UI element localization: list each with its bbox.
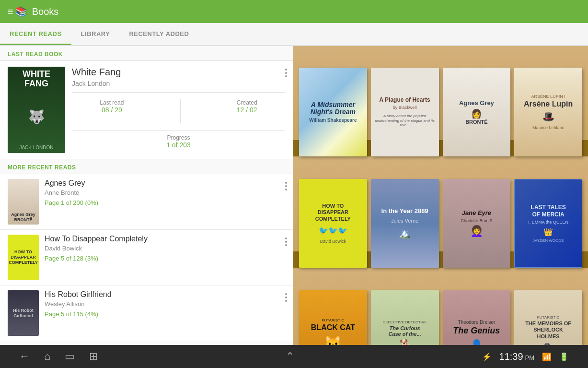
last-read-author: Jack London — [72, 80, 285, 87]
more-recent-header: More Recent Reads — [0, 159, 293, 174]
time-display: 11:39 PM — [499, 351, 534, 362]
more-options-agnes[interactable] — [285, 182, 287, 190]
tab-recently-added[interactable]: Recently Added — [119, 24, 198, 45]
meta-last-read: Last read 08 / 29 — [100, 99, 124, 123]
black-cat-cover: FUTARISTIC BLACK CAT 🐱 — [299, 290, 367, 345]
progress-label: Progress — [72, 134, 285, 141]
bookshelf: A Midsummer Night's Dream William Shakes… — [293, 46, 588, 345]
shelf-book[interactable]: A Plague of Hearts by Blackwell A story … — [369, 68, 441, 156]
created-date: 12 / 02 — [237, 106, 257, 114]
disappear-title: How To Disappear Completely — [45, 235, 285, 243]
top-bar: ≡ 📚 Books — [0, 0, 588, 23]
last-read-card[interactable]: WHITEFANG 🐺 JACK LONDON White Fang Jack … — [0, 61, 293, 159]
shelf-book[interactable]: A Midsummer Night's Dream William Shakes… — [297, 68, 369, 156]
app-icon: ≡ 📚 — [8, 6, 27, 17]
robot-title: His Robot Girlfriend — [45, 290, 285, 299]
disappear-shelf-cover: HOW TODISAPPEARCOMPLETELY 🐦🐦🐦 David Bowi… — [299, 179, 367, 268]
jane-eyre-cover: Jane Eyre Charlotte Brontë 👩‍🦱 — [443, 179, 511, 268]
shelf-book[interactable]: DEFECTIVE DETECTIVE The CuriousCase of t… — [369, 290, 441, 345]
progress-value: 1 of 203 — [72, 141, 285, 149]
home-button[interactable]: ⌂ — [44, 350, 50, 363]
meta-section: Last read 08 / 29 Created 12 / 02 Progre… — [72, 92, 285, 149]
last-read-label: Last read — [100, 99, 124, 106]
agnes-grey-author: Anne Brontë — [45, 189, 285, 196]
list-item[interactable]: HOW TODISAPPEARCOMPLETELY How To Disappe… — [0, 230, 293, 285]
shelf-book[interactable]: ARSÈNE LUPIN I Arsène Lupin 🎩 Maurice Le… — [512, 68, 584, 156]
agnes-grey-shelf-cover: Agnes Grey 👩 BRONTË — [443, 68, 511, 156]
last-tales-cover: LAST TALESOF MERCIA I. EMMA the QUEEN 👑 … — [514, 179, 582, 268]
tab-library[interactable]: Library — [71, 24, 120, 45]
last-read-header: Last Read Book — [0, 46, 293, 61]
bottom-bar: ← ⌂ ▭ ⊞ ⌃ ⚡ 11:39 PM 📶 🔋 — [0, 345, 588, 368]
shelf-row-3: FUTARISTIC BLACK CAT 🐱 DEFECTIVE DETECTI… — [293, 269, 588, 345]
last-read-date: 08 / 29 — [100, 106, 124, 114]
year2889-cover: In the Year 2889 Jules Verne 🏔️ — [371, 179, 439, 268]
nav-tabs: Recent Reads Library Recently Added — [0, 23, 588, 46]
more-options-last-read[interactable] — [285, 69, 287, 77]
app-title: Books — [32, 6, 59, 17]
robot-author: Wesley Allison — [45, 300, 285, 308]
disappear-author: David Bowick — [45, 245, 285, 252]
plague-cover: A Plague of Hearts by Blackwell A story … — [371, 68, 439, 156]
arsene-cover: ARSÈNE LUPIN I Arsène Lupin 🎩 Maurice Le… — [514, 68, 582, 156]
shelf-book[interactable]: FUTARISTIC THE MEMOIRS OFSHERLOCKHOLMES … — [512, 290, 584, 345]
list-item[interactable]: His RobotGirlfriend His Robot Girlfriend… — [0, 285, 293, 341]
recents-button[interactable]: ▭ — [65, 350, 75, 363]
battery-icon: 🔋 — [559, 352, 569, 361]
shelf-book[interactable]: Jane Eyre Charlotte Brontë 👩‍🦱 — [441, 179, 513, 268]
wifi-icon: 📶 — [542, 352, 552, 361]
created-label: Created — [237, 99, 257, 106]
curious-case-cover: DEFECTIVE DETECTIVE The CuriousCase of t… — [371, 290, 439, 345]
midsummer-cover: A Midsummer Night's Dream William Shakes… — [299, 68, 367, 156]
disappear-cover: HOW TODISAPPEARCOMPLETELY — [8, 235, 39, 280]
more-options-disappear[interactable] — [285, 237, 287, 246]
robot-progress: Page 5 of 115 (4%) — [45, 310, 285, 318]
meta-row-dates: Last read 08 / 29 Created 12 / 02 — [72, 96, 285, 126]
shelf-book[interactable]: Agnes Grey 👩 BRONTË — [441, 68, 513, 156]
left-panel: Last Read Book WHITEFANG 🐺 JACK LONDON W… — [0, 46, 293, 345]
more-options-robot[interactable] — [285, 293, 287, 302]
clock-ampm: PM — [525, 354, 535, 361]
disappear-progress: Page 5 of 128 (3%) — [45, 255, 285, 262]
agnes-grey-info: Agnes Grey Anne Brontë Page 1 of 200 (0%… — [45, 179, 285, 206]
list-item[interactable]: Agnes GreyBRONTË Agnes Grey Anne Brontë … — [0, 174, 293, 230]
dreiser-cover: Theodore Dreiser The Genius 👤 — [443, 290, 511, 345]
sherlock-cover: FUTARISTIC THE MEMOIRS OFSHERLOCKHOLMES … — [514, 290, 582, 345]
agnes-grey-cover: Agnes GreyBRONTË — [8, 179, 39, 225]
shelf-row-1: A Midsummer Night's Dream William Shakes… — [293, 46, 588, 156]
nav-group-left: ← ⌂ ▭ ⊞ — [19, 350, 98, 363]
shelf-book[interactable]: In the Year 2889 Jules Verne 🏔️ — [369, 179, 441, 268]
shelf-book[interactable]: Theodore Dreiser The Genius 👤 — [441, 290, 513, 345]
meta-created: Created 12 / 02 — [237, 99, 257, 123]
last-read-cover: WHITEFANG 🐺 JACK LONDON — [8, 67, 65, 153]
agnes-grey-progress: Page 1 of 200 (0%) — [45, 199, 285, 206]
last-read-title: White Fang — [72, 67, 285, 78]
shelf-book[interactable]: FUTARISTIC BLACK CAT 🐱 — [297, 290, 369, 345]
robot-cover: His RobotGirlfriend — [8, 290, 39, 336]
shelf-book[interactable]: HOW TODISAPPEARCOMPLETELY 🐦🐦🐦 David Bowi… — [297, 179, 369, 268]
main-content: Last Read Book WHITEFANG 🐺 JACK LONDON W… — [0, 46, 588, 345]
disappear-info: How To Disappear Completely David Bowick… — [45, 235, 285, 262]
back-button[interactable]: ← — [19, 350, 30, 363]
shelf-book[interactable]: LAST TALESOF MERCIA I. EMMA the QUEEN 👑 … — [512, 179, 584, 268]
status-bar-right: ⚡ 11:39 PM 📶 🔋 — [482, 351, 569, 362]
last-read-info: White Fang Jack London Last read 08 / 29… — [72, 67, 285, 153]
scroll-up-button[interactable]: ⌃ — [286, 350, 294, 363]
robot-info: His Robot Girlfriend Wesley Allison Page… — [45, 290, 285, 318]
screenshot-button[interactable]: ⊞ — [89, 350, 98, 363]
agnes-grey-title: Agnes Grey — [45, 179, 285, 188]
usb-icon: ⚡ — [482, 352, 492, 361]
tab-recent-reads[interactable]: Recent Reads — [0, 24, 71, 45]
shelf-row-2: HOW TODISAPPEARCOMPLETELY 🐦🐦🐦 David Bowi… — [293, 157, 588, 268]
clock-time: 11:39 — [499, 351, 523, 362]
